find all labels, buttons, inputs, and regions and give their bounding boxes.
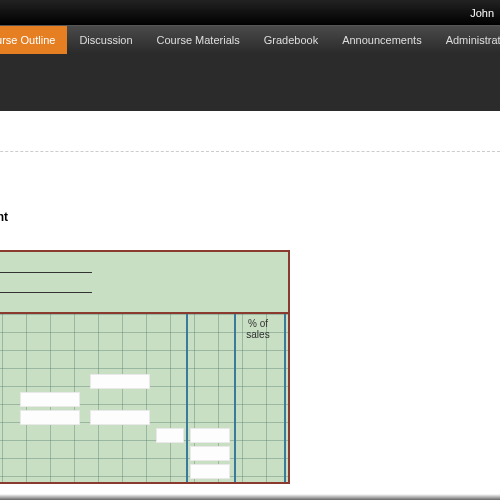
data-cell[interactable] <box>90 374 150 389</box>
nav-announcements[interactable]: Announcements <box>330 26 434 54</box>
data-cell[interactable] <box>156 428 184 443</box>
data-cell[interactable] <box>20 410 80 425</box>
section-divider <box>0 151 500 152</box>
worksheet: % of sales <box>0 250 290 484</box>
worksheet-header <box>0 252 288 314</box>
data-cell[interactable] <box>190 446 230 461</box>
nav-discussion[interactable]: Discussion <box>67 26 144 54</box>
header-blank-line-2[interactable] <box>0 292 92 293</box>
nav-course-outline[interactable]: Course Outline <box>0 26 67 54</box>
section-heading: e Statement <box>0 210 500 224</box>
page-header: oblem <box>0 54 500 111</box>
page-title: oblem <box>0 68 500 89</box>
column-label-pct-sales: % of sales <box>236 318 280 340</box>
main-nav: Course Outline Discussion Course Materia… <box>0 26 500 54</box>
user-name: John <box>470 7 494 19</box>
data-cell[interactable] <box>190 428 230 443</box>
bottom-shadow <box>0 494 500 500</box>
top-user-bar: John <box>0 0 500 26</box>
data-cell[interactable] <box>190 464 230 479</box>
data-cell[interactable] <box>90 410 150 425</box>
nav-course-materials[interactable]: Course Materials <box>145 26 252 54</box>
data-cell[interactable] <box>20 392 80 407</box>
header-blank-line-1[interactable] <box>0 272 92 273</box>
nav-administration[interactable]: Administration <box>434 26 500 54</box>
worksheet-grid: % of sales <box>0 314 288 482</box>
nav-gradebook[interactable]: Gradebook <box>252 26 330 54</box>
open-window-link[interactable]: ndow. <box>0 172 500 184</box>
